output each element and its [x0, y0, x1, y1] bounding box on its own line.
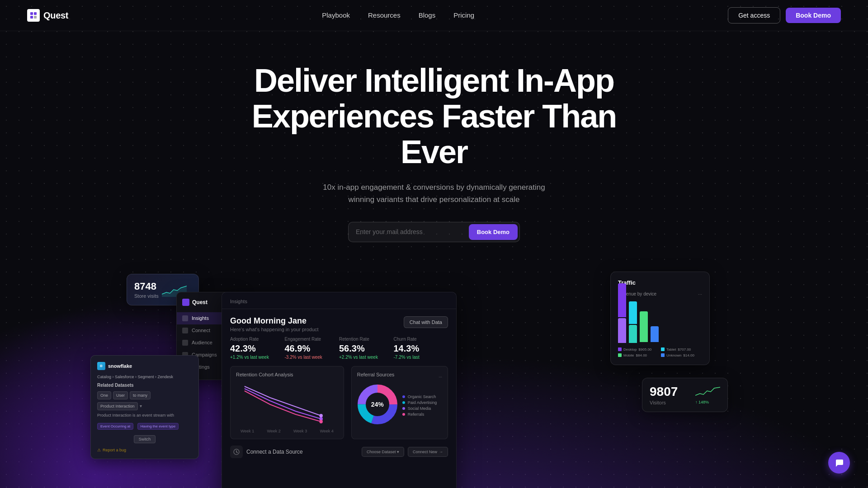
bar-group-4 — [651, 326, 659, 343]
nav-resources[interactable]: Resources — [368, 11, 401, 19]
email-form: Book Demo — [348, 222, 520, 242]
connect-data-source-row: Connect a Data Source Choose Dataset ▾ C… — [222, 439, 456, 458]
metric-adoption: Adoption Rate 42.3% +1.2% vs last week — [230, 337, 285, 360]
quest-logo-small — [182, 299, 189, 306]
insights-panel: Insights Good Morning Jane Here's what's… — [222, 292, 457, 488]
badge-tomany[interactable]: to many — [130, 391, 151, 399]
retention-svg — [236, 382, 338, 427]
connect-icon — [182, 328, 188, 333]
referral-title: Referral Sources — [357, 372, 395, 377]
svg-rect-2 — [30, 16, 33, 19]
adoption-change: +1.2% vs last week — [230, 355, 279, 360]
navigation: Quest Playbook Resources Blogs Pricing G… — [0, 0, 868, 31]
legend-referrals: Referrals — [402, 412, 437, 417]
logo-icon — [27, 9, 40, 22]
switch-button[interactable]: Switch — [134, 435, 156, 443]
svg-rect-0 — [30, 12, 33, 15]
report-bug-row: ⚠ Report a bug — [97, 448, 192, 452]
hero-subtitle: 10x in-app engagement & conversions by d… — [312, 181, 556, 206]
nav-actions: Get access Book Demo — [728, 7, 841, 23]
greeting-subtitle: Here's what's happening in your product — [230, 327, 319, 332]
adoption-value: 42.3% — [230, 343, 279, 354]
svg-rect-1 — [34, 12, 37, 15]
retention-label: Retention Rate — [339, 337, 388, 342]
legend-tablet: Tablet $707.00 — [661, 347, 702, 352]
snowflake-header: ❄ snowflake — [97, 362, 192, 370]
snowflake-logo: ❄ — [97, 362, 105, 370]
bar-1b — [618, 318, 626, 343]
product-interaction-dropdown[interactable]: Product Interaction — [97, 402, 138, 410]
chat-with-data-button[interactable]: Chat with Data — [404, 316, 448, 328]
metric-churn: Churn Rate 14.3% -7.2% vs last — [394, 337, 448, 360]
badge-one[interactable]: One — [97, 391, 111, 399]
visitors-info: 9807 Visitors — [650, 385, 678, 405]
donut-center: 24% — [371, 401, 384, 408]
bar-3 — [640, 311, 648, 342]
retention-value: 56.3% — [339, 343, 388, 354]
engagement-value: 46.9% — [285, 343, 334, 354]
bar-2b — [629, 325, 637, 343]
legend-mobile: Mobile $84.00 — [618, 353, 659, 357]
snowflake-panel: ❄ snowflake Catalog › Salesforce › Segme… — [90, 355, 199, 459]
nav-playbook[interactable]: Playbook — [322, 11, 350, 19]
screenshots-area: 8748 Store visits Quest Insights Connect… — [0, 269, 868, 488]
tag-having-event: Having the event type — [137, 423, 179, 430]
sf-tags: Event Occurring at Having the event type — [97, 421, 192, 430]
retention-chart-title: Retention Cohort Analysis — [236, 372, 338, 377]
connect-left: Connect a Data Source — [230, 446, 303, 458]
chat-fab-button[interactable] — [828, 452, 850, 474]
nav-pricing[interactable]: Pricing — [453, 11, 474, 19]
get-access-button[interactable]: Get access — [728, 7, 780, 23]
engagement-change: -3.2% vs last week — [285, 355, 334, 360]
nav-links: Playbook Resources Blogs Pricing — [322, 11, 474, 19]
choose-dataset-button[interactable]: Choose Dataset ▾ — [362, 447, 404, 457]
bug-icon: ⚠ — [97, 448, 101, 452]
visitors-chart: ↑ 148% — [695, 385, 720, 404]
hero-title: Deliver Intelligent In-App Experiences F… — [231, 63, 637, 170]
bar-chart — [618, 302, 702, 343]
retention-chart-box: Retention Cohort Analysis — [230, 366, 344, 439]
insights-greeting: Good Morning Jane Here's what's happenin… — [222, 309, 456, 337]
insights-icon — [182, 315, 188, 321]
connect-data-icon — [230, 446, 243, 458]
greeting-text: Good Morning Jane Here's what's happenin… — [230, 316, 319, 332]
referral-sources-box: Referral Sources ··· 24% — [351, 366, 448, 439]
audience-icon — [182, 340, 188, 346]
charts-row: Retention Cohort Analysis — [222, 366, 456, 439]
retention-change: +2.2% vs last week — [339, 355, 388, 360]
report-bug-label[interactable]: Report a bug — [103, 448, 126, 452]
metric-engagement: Engagement Rate 46.9% -3.2% vs last week — [285, 337, 340, 360]
email-input[interactable] — [349, 222, 467, 241]
snowflake-title: snowflake — [108, 363, 132, 369]
connect-title: Connect a Data Source — [246, 449, 303, 455]
badge-user[interactable]: User — [113, 391, 128, 399]
dropdown-arrow: ▾ — [140, 404, 142, 408]
sf-switch-row: Switch — [97, 434, 192, 443]
churn-change: -7.2% vs last — [394, 355, 443, 360]
dropdown-row: Product Interaction ▾ — [97, 402, 192, 410]
connect-new-button[interactable]: Connect New → — [408, 447, 448, 457]
legend-social: Social Media — [402, 406, 437, 411]
bar-4 — [651, 326, 659, 342]
logo-text: Quest — [43, 10, 68, 21]
revenue-device-menu[interactable]: ··· — [698, 291, 702, 297]
bar-group-1 — [618, 283, 626, 343]
book-demo-nav-button[interactable]: Book Demo — [786, 8, 841, 23]
hero-book-demo-button[interactable]: Book Demo — [469, 224, 518, 240]
referral-donut: 24% — [357, 382, 398, 427]
quest-logo-text: Quest — [192, 299, 208, 305]
legend-paid: Paid Advertising — [402, 400, 437, 405]
greeting-title: Good Morning Jane — [230, 316, 319, 326]
visitors-change: ↑ 148% — [695, 400, 720, 404]
metrics-row: Adoption Rate 42.3% +1.2% vs last week E… — [222, 337, 456, 366]
metric-retention: Retention Rate 56.3% +2.2% vs last week — [339, 337, 394, 360]
revenue-legend: Desktop $905.00 Tablet $707.00 Mobile $8… — [618, 347, 702, 357]
visitors-card: 9807 Visitors ↑ 148% — [642, 378, 728, 412]
revenue-device-header: Revenue by device ··· — [618, 291, 702, 297]
legend-unknown: Unknown $14.00 — [661, 353, 702, 357]
legend-desktop: Desktop $905.00 — [618, 347, 659, 352]
traffic-card: Traffic Revenue by device ··· — [610, 272, 710, 365]
bar-group-2 — [629, 301, 637, 343]
svg-point-7 — [319, 420, 323, 423]
nav-blogs[interactable]: Blogs — [419, 11, 436, 19]
